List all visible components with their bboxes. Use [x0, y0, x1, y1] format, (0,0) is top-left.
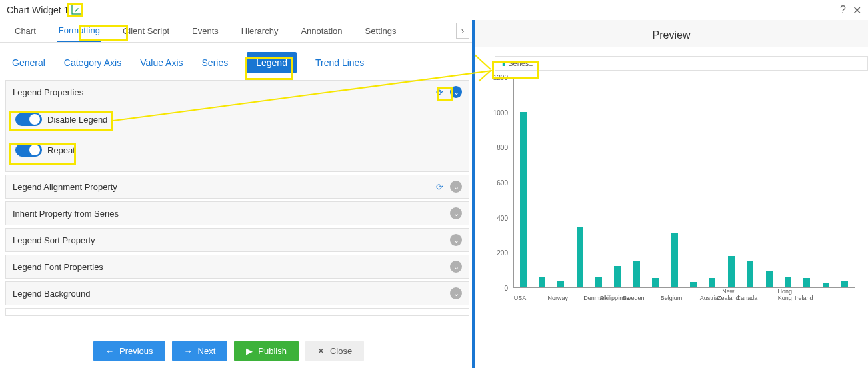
help-icon[interactable]: ? [840, 4, 846, 16]
panel-legend-font: Legend Font Properties ⌄ [5, 255, 469, 279]
tab-hierarchy[interactable]: Hierarchy [240, 21, 280, 41]
bar [823, 283, 829, 287]
arrow-right-icon: → [184, 346, 193, 356]
y-tick: 1000 [493, 109, 508, 116]
x-tick-label: Canada [733, 295, 762, 301]
tab-events[interactable]: Events [191, 21, 220, 41]
panel-legend-properties: Legend Properties ⟳ ⌄ Disable Legend Rep… [5, 80, 469, 172]
y-tick: 0 [504, 285, 508, 292]
panel-header[interactable]: Legend Font Properties ⌄ [6, 255, 469, 278]
next-button[interactable]: → Next [172, 341, 228, 361]
bar [614, 266, 621, 287]
tab-formatting[interactable]: Formatting [57, 20, 101, 42]
chevron-down-icon[interactable]: ⌄ [450, 287, 462, 299]
panels-container: Legend Properties ⟳ ⌄ Disable Legend Rep… [0, 80, 472, 335]
bar [520, 112, 527, 287]
panel-header[interactable]: Legend Alignment Property ⟳ ⌄ [6, 175, 469, 198]
panel-title: Legend Alignment Property [13, 182, 436, 192]
panel-empty [5, 308, 469, 316]
publish-button[interactable]: ▶ Publish [234, 341, 299, 361]
play-icon: ▶ [246, 346, 253, 356]
preview-title: Preview [475, 20, 868, 47]
x-tick-label: Belgium [657, 295, 686, 301]
bar [557, 281, 564, 287]
close-icon[interactable]: ✕ [853, 4, 861, 17]
x-tick-label: Norway [543, 295, 573, 301]
toggle-repeat-row: Repeat [15, 143, 459, 157]
panel-title: Legend Properties [13, 87, 436, 97]
refresh-icon[interactable]: ⟳ [436, 182, 443, 192]
panel-title: Legend Font Properties [13, 262, 450, 272]
tab-annotation[interactable]: Annotation [299, 21, 343, 41]
bar [709, 278, 715, 287]
chart-preview: 020040060080010001200 USANorwayDenmarkPh… [488, 77, 855, 304]
sub-tabs: GeneralCategory AxisValue AxisSeriesLege… [0, 43, 472, 80]
button-label: Previous [119, 346, 153, 356]
button-label: Publish [258, 346, 287, 356]
arrow-left-icon: ← [105, 346, 114, 356]
chevron-down-icon[interactable]: ⌄ [450, 261, 462, 273]
y-tick: 600 [497, 179, 508, 187]
bar [841, 281, 848, 287]
x-tick-label: Ireland [789, 295, 819, 301]
chevron-down-icon[interactable]: ⌄ [450, 234, 462, 246]
x-tick-label: USA [505, 295, 535, 301]
y-tick: 800 [497, 144, 508, 151]
chart-legend-chip[interactable]: ılı Series1 [495, 56, 868, 71]
refresh-icon[interactable]: ⟳ [436, 87, 443, 97]
bar [728, 256, 735, 287]
bars-icon: ılı [502, 59, 504, 67]
panel-header[interactable]: Inherit Property from Series ⌄ [6, 202, 469, 225]
tab-chart[interactable]: Chart [13, 21, 37, 41]
bar [766, 271, 773, 287]
bar [595, 277, 602, 287]
bar [652, 278, 659, 287]
edit-icon[interactable] [71, 4, 82, 17]
y-axis: 020040060080010001200 [488, 77, 511, 291]
button-label: Close [330, 346, 352, 356]
panel-legend-alignment: Legend Alignment Property ⟳ ⌄ [5, 175, 469, 199]
panel-header[interactable]: Legend Background ⌄ [6, 282, 469, 305]
primary-tabs: ChartFormattingClient ScriptEventsHierar… [0, 20, 472, 43]
bar [747, 261, 753, 288]
toggle-disable-legend[interactable] [15, 113, 42, 126]
legend-label: Series1 [508, 59, 533, 67]
bar [577, 227, 583, 287]
panel-legend-sort: Legend Sort Property ⌄ [5, 228, 469, 252]
tab-settings[interactable]: Settings [364, 21, 398, 41]
subtab-category-axis[interactable]: Category Axis [64, 57, 121, 68]
chevron-down-icon[interactable]: ⌄ [450, 181, 462, 193]
bar [671, 233, 678, 287]
bar [785, 277, 791, 287]
x-tick-label: Sweden [619, 295, 648, 301]
plot-area [513, 77, 855, 288]
tabs-scroll-right[interactable]: › [456, 23, 469, 39]
chevron-down-icon[interactable]: ⌄ [450, 207, 462, 219]
bar [803, 278, 810, 287]
tab-client-script[interactable]: Client Script [121, 21, 171, 41]
panel-header[interactable]: Legend Sort Property ⌄ [6, 229, 469, 251]
y-tick: 1200 [493, 74, 508, 81]
toggle-disable-legend-row: Disable Legend [15, 113, 459, 126]
subtab-series[interactable]: Series [202, 57, 229, 68]
chevron-down-icon[interactable]: ⌄ [450, 86, 462, 98]
panel-inherit-from-series: Inherit Property from Series ⌄ [5, 201, 469, 225]
subtab-trend-lines[interactable]: Trend Lines [315, 57, 364, 68]
toggle-repeat[interactable] [15, 143, 42, 157]
y-tick: 400 [497, 214, 508, 221]
subtab-legend[interactable]: Legend [247, 52, 297, 73]
toggle-label: Disable Legend [47, 115, 107, 125]
wizard-footer: ← Previous → Next ▶ Publish ✕ Close [0, 335, 472, 368]
previous-button[interactable]: ← Previous [93, 341, 165, 361]
subtab-value-axis[interactable]: Value Axis [140, 57, 183, 68]
subtab-general[interactable]: General [12, 57, 45, 68]
panel-title: Legend Background [13, 289, 450, 299]
panel-header-legend-properties[interactable]: Legend Properties ⟳ ⌄ [6, 81, 469, 103]
panel-title: Legend Sort Property [13, 235, 450, 245]
widget-title: Chart Widget 1 [7, 5, 69, 15]
panel-legend-background: Legend Background ⌄ [5, 281, 469, 305]
x-icon: ✕ [317, 346, 325, 356]
bar [633, 261, 640, 288]
close-button[interactable]: ✕ Close [305, 341, 364, 361]
button-label: Next [198, 346, 216, 356]
